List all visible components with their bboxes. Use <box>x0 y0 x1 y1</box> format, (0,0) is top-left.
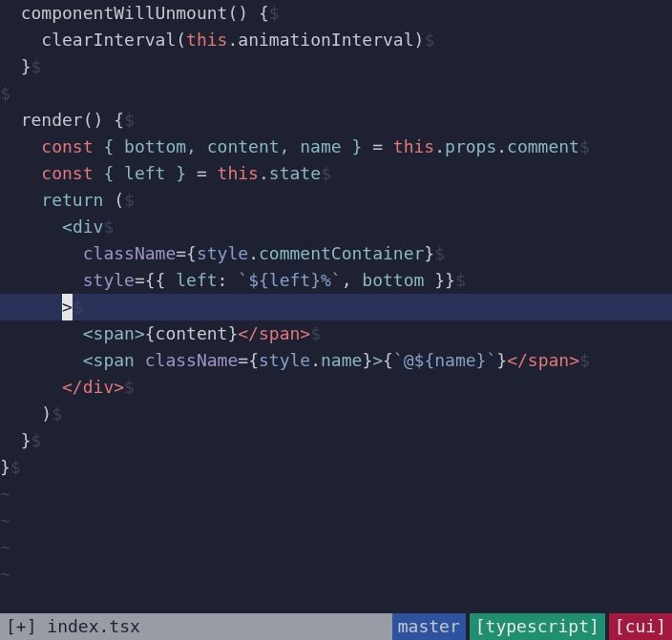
const-keyword: const <box>41 136 93 156</box>
code-line: const { left } = this.state$ <box>0 160 672 187</box>
status-bar: [+] index.tsx master [typescript] [cui] <box>0 613 672 640</box>
eol-icon: $ <box>310 323 321 343</box>
jsx-close-tag: </span> <box>238 323 310 343</box>
empty-line-marker: ~ <box>0 507 672 534</box>
status-mode: [cui] <box>609 613 672 640</box>
code-line: }$ <box>0 454 672 481</box>
code-line: return ($ <box>0 187 672 214</box>
code-line: componentWillUnmount() {$ <box>0 0 672 27</box>
jsx-attr: style <box>83 270 135 290</box>
eol-icon: $ <box>424 30 434 50</box>
eol-icon: $ <box>0 83 10 103</box>
code-line: }$ <box>0 427 672 454</box>
jsx-attr: className <box>83 243 177 263</box>
code-line-current: >$ <box>0 294 672 320</box>
eol-icon: $ <box>32 56 42 76</box>
empty-line-marker: ~ <box>0 481 672 507</box>
method-name: render <box>21 110 83 130</box>
code-editor[interactable]: componentWillUnmount() {$ clearInterval(… <box>0 0 672 613</box>
code-line: render() {$ <box>0 107 672 134</box>
eol-icon: $ <box>73 297 83 317</box>
eol-icon: $ <box>124 377 135 397</box>
eol-icon: $ <box>32 430 42 450</box>
tilde-icon: ~ <box>0 484 10 504</box>
this-keyword: this <box>218 163 259 183</box>
const-keyword: const <box>41 163 93 183</box>
eol-icon: $ <box>52 403 62 423</box>
code-line: <span className={style.name}>{`@${name}`… <box>0 347 672 374</box>
tilde-icon: ~ <box>0 510 10 530</box>
jsx-close-tag: </span> <box>507 350 579 370</box>
code-line: clearInterval(this.animationInterval)$ <box>0 27 672 53</box>
eol-icon: $ <box>269 3 280 23</box>
jsx-attr: className <box>145 350 239 370</box>
jsx-tag: <span> <box>83 323 145 343</box>
code-line: <span>{content}</span>$ <box>0 320 672 347</box>
eol-icon: $ <box>124 190 135 210</box>
code-line: )$ <box>0 401 672 427</box>
this-keyword: this <box>393 136 434 156</box>
status-language: [typescript] <box>470 613 605 640</box>
status-branch: master <box>392 613 466 640</box>
eol-icon: $ <box>321 163 331 183</box>
empty-line-marker: ~ <box>0 534 672 561</box>
jsx-close-tag: </div> <box>62 377 124 397</box>
code-line: <div$ <box>0 214 672 240</box>
jsx-tag: div <box>73 217 104 237</box>
method-name: componentWillUnmount <box>21 3 228 23</box>
eol-icon: $ <box>103 217 114 237</box>
eol-icon: $ <box>434 243 445 263</box>
status-filename: [+] index.tsx <box>0 613 392 640</box>
code-line: }$ <box>0 53 672 80</box>
eol-icon: $ <box>124 110 135 130</box>
eol-icon: $ <box>579 350 590 370</box>
empty-line-marker: ~ <box>0 561 672 588</box>
eol-icon: $ <box>455 270 466 290</box>
jsx-tag: span <box>94 350 135 370</box>
eol-icon: $ <box>10 457 21 477</box>
tilde-icon: ~ <box>0 564 10 584</box>
code-line: const { bottom, content, name } = this.p… <box>0 134 672 160</box>
this-keyword: this <box>186 30 227 50</box>
eol-icon: $ <box>579 136 590 156</box>
cursor: > <box>62 294 73 320</box>
code-line: $ <box>0 80 672 107</box>
code-line: </div>$ <box>0 374 672 401</box>
return-keyword: return <box>41 190 103 210</box>
code-line: className={style.commentContainer}$ <box>0 240 672 267</box>
code-line: style={{ left: `${left}%`, bottom }}$ <box>0 267 672 294</box>
tilde-icon: ~ <box>0 537 10 557</box>
